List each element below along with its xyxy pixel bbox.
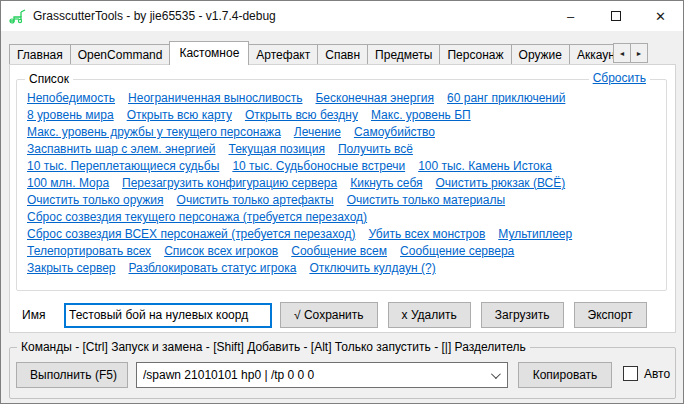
command-link[interactable]: Сообщение сервера bbox=[400, 243, 514, 260]
tab-scroll-left-icon[interactable]: ◄ bbox=[613, 43, 631, 63]
maximize-icon bbox=[611, 11, 621, 21]
command-link[interactable]: 10 тыс. Переплетающиеся судьбы bbox=[27, 158, 219, 175]
title-bar: GrasscutterTools - by jie65535 - v1.7.4-… bbox=[1, 1, 683, 31]
link-row: Сброс созвездия ВСЕХ персонажей (требует… bbox=[27, 226, 656, 243]
command-link[interactable]: Самоубийство bbox=[354, 124, 435, 141]
command-link[interactable]: Очистить только оружия bbox=[27, 192, 164, 209]
auto-checkbox[interactable] bbox=[623, 366, 638, 381]
link-row: 8 уровень мираОткрыть всю картуОткрыть в… bbox=[27, 107, 656, 124]
list-groupbox: Список Сбросить НепобедимостьНеограничен… bbox=[16, 79, 667, 291]
link-row: НепобедимостьНеограниченная выносливость… bbox=[27, 90, 656, 107]
tab-спавн[interactable]: Спавн bbox=[317, 44, 368, 65]
link-row: Очистить только оружияОчистить только ар… bbox=[27, 192, 656, 209]
command-link[interactable]: Очистить только артефакты bbox=[177, 192, 334, 209]
command-link[interactable]: 60 ранг приключений bbox=[447, 90, 565, 107]
window-title: GrasscutterTools - by jie65535 - v1.7.4-… bbox=[33, 9, 276, 23]
tab-персонаж[interactable]: Персонаж bbox=[439, 44, 511, 65]
tab-кастомное[interactable]: Кастомное bbox=[169, 41, 249, 65]
name-buttons: √ Сохранитьx УдалитьЗагрузитьЭкспорт bbox=[280, 302, 657, 328]
tab-аккаунт[interactable]: Аккаунт bbox=[569, 44, 613, 65]
tab-главная[interactable]: Главная bbox=[9, 44, 71, 65]
command-link[interactable]: Лечение bbox=[294, 124, 341, 141]
link-row: 100 млн. МораПерезагрузить конфигурацию … bbox=[27, 175, 656, 192]
command-link[interactable]: 10 тыс. Судьбоносные встречи bbox=[232, 158, 405, 175]
command-link[interactable]: Открыть всю бездну bbox=[245, 107, 358, 124]
command-link[interactable]: Мультиплеер bbox=[498, 226, 572, 243]
command-link[interactable]: Перезагрузить конфигурацию сервера bbox=[122, 175, 337, 192]
name-label: Имя bbox=[22, 308, 64, 322]
auto-checkbox-label: Авто bbox=[644, 367, 670, 381]
command-link[interactable]: Закрыть сервер bbox=[27, 260, 116, 277]
command-link[interactable]: 100 млн. Мора bbox=[27, 175, 109, 192]
command-combobox[interactable]: /spawn 21010101 hp0 | /tp 0 0 0 bbox=[136, 362, 508, 388]
command-links-list: НепобедимостьНеограниченная выносливость… bbox=[17, 80, 666, 277]
list-groupbox-title: Список bbox=[25, 72, 73, 86]
app-window: GrasscutterTools - by jie65535 - v1.7.4-… bbox=[0, 0, 684, 404]
close-button[interactable]: ✕ bbox=[638, 1, 683, 31]
command-link[interactable]: Сброс созвездия ВСЕХ персонажей (требует… bbox=[27, 226, 355, 243]
minimize-button[interactable]: – bbox=[548, 1, 593, 31]
tab-предметы[interactable]: Предметы bbox=[367, 44, 440, 65]
copy-button[interactable]: Копировать bbox=[518, 362, 612, 388]
command-link[interactable]: Очистить только материалы bbox=[347, 192, 505, 209]
command-link[interactable]: Очистить рюкзак (ВСЁ) bbox=[436, 175, 566, 192]
command-combobox-value: /spawn 21010101 hp0 | /tp 0 0 0 bbox=[143, 368, 491, 382]
command-link[interactable]: Текущая позиция bbox=[229, 141, 325, 158]
command-link[interactable]: Список всех игроков bbox=[164, 243, 278, 260]
tab-scroll-buttons: ◄ ► bbox=[613, 43, 647, 63]
maximize-button[interactable] bbox=[593, 1, 638, 31]
command-link[interactable]: Макс. уровень БП bbox=[371, 107, 471, 124]
command-link[interactable]: Открыть всю карту bbox=[127, 107, 232, 124]
command-link[interactable]: Сброс созвездия текущего персонажа (треб… bbox=[27, 209, 367, 226]
link-row: Закрыть серверРазблокировать статус игро… bbox=[27, 260, 656, 277]
command-link[interactable]: Бесконечная энергия bbox=[315, 90, 434, 107]
save-button[interactable]: √ Сохранить bbox=[280, 302, 378, 328]
link-row: 10 тыс. Переплетающиеся судьбы10 тыс. Су… bbox=[27, 158, 656, 175]
tab-артефакт[interactable]: Артефакт bbox=[248, 44, 318, 65]
link-row: Сброс созвездия текущего персонажа (треб… bbox=[27, 209, 656, 226]
tab-page-custom: Список Сбросить НепобедимостьНеограничен… bbox=[9, 64, 676, 333]
tab-bar: ГлавнаяOpenCommandКастомноеАртефактСпавн… bbox=[9, 41, 613, 65]
command-link[interactable]: Заспавнить шар с элем. энергией bbox=[27, 141, 216, 158]
command-link[interactable]: Получить всё bbox=[338, 141, 413, 158]
link-row: Макс. уровень дружбы у текущего персонаж… bbox=[27, 124, 656, 141]
load-button[interactable]: Загрузить bbox=[481, 302, 564, 328]
name-input[interactable] bbox=[64, 303, 272, 328]
command-link[interactable]: Непобедимость bbox=[27, 90, 115, 107]
tab-scroll-right-icon[interactable]: ► bbox=[630, 43, 648, 63]
delete-button[interactable]: x Удалить bbox=[388, 302, 471, 328]
command-link[interactable]: Кикнуть себя bbox=[350, 175, 422, 192]
command-link[interactable]: Разблокировать статус игрока bbox=[129, 260, 297, 277]
name-row: Имя √ Сохранитьx УдалитьЗагрузитьЭкспорт bbox=[22, 302, 657, 328]
commands-groupbox: Команды - [Ctrl] Запуск и замена - [Shif… bbox=[9, 347, 676, 399]
command-link[interactable]: Убить всех монстров bbox=[368, 226, 485, 243]
command-link[interactable]: Телепортировать всех bbox=[27, 243, 151, 260]
commands-groupbox-title: Команды - [Ctrl] Запуск и замена - [Shif… bbox=[17, 340, 530, 354]
command-link[interactable]: 100 тыс. Камень Истока bbox=[418, 158, 552, 175]
command-link[interactable]: Сообщение всем bbox=[291, 243, 387, 260]
auto-checkbox-row: Авто bbox=[623, 366, 670, 381]
chevron-down-icon bbox=[491, 369, 501, 379]
window-controls: – ✕ bbox=[548, 1, 683, 31]
grasscutter-mower-icon bbox=[8, 8, 28, 24]
command-link[interactable]: Неограниченная выносливость bbox=[128, 90, 302, 107]
link-row: Заспавнить шар с элем. энергиейТекущая п… bbox=[27, 141, 656, 158]
command-link[interactable]: 8 уровень мира bbox=[27, 107, 114, 124]
link-row: Телепортировать всехСписок всех игроковС… bbox=[27, 243, 656, 260]
command-link[interactable]: Макс. уровень дружбы у текущего персонаж… bbox=[27, 124, 281, 141]
run-button[interactable]: Выполнить (F5) bbox=[16, 362, 128, 388]
tab-opencommand[interactable]: OpenCommand bbox=[70, 44, 171, 65]
tab-оружие[interactable]: Оружие bbox=[511, 44, 570, 65]
reset-link-wrap: Сбросить bbox=[589, 71, 650, 85]
export-button[interactable]: Экспорт bbox=[574, 302, 647, 328]
reset-link[interactable]: Сбросить bbox=[593, 71, 646, 85]
command-link[interactable]: Отключить кулдаун (?) bbox=[309, 260, 435, 277]
